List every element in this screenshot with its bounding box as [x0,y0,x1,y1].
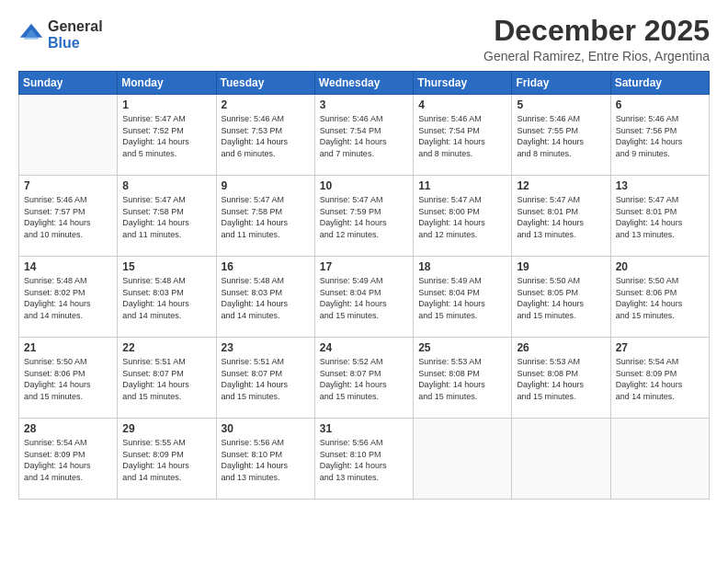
day-number: 14 [24,260,112,273]
day-cell: 1Sunrise: 5:47 AM Sunset: 7:52 PM Daylig… [118,95,216,176]
day-cell: 16Sunrise: 5:48 AM Sunset: 8:03 PM Dayli… [216,257,314,338]
header-row: SundayMondayTuesdayWednesdayThursdayFrid… [19,72,710,95]
day-cell: 18Sunrise: 5:49 AM Sunset: 8:04 PM Dayli… [414,257,512,338]
day-number: 18 [418,260,506,273]
day-cell: 6Sunrise: 5:46 AM Sunset: 7:56 PM Daylig… [610,95,709,176]
day-cell: 13Sunrise: 5:47 AM Sunset: 8:01 PM Dayli… [610,176,709,257]
day-detail: Sunrise: 5:54 AM Sunset: 8:09 PM Dayligh… [616,356,704,402]
day-detail: Sunrise: 5:46 AM Sunset: 7:55 PM Dayligh… [517,113,605,159]
week-row-2: 14Sunrise: 5:48 AM Sunset: 8:02 PM Dayli… [19,257,710,338]
day-detail: Sunrise: 5:46 AM Sunset: 7:56 PM Dayligh… [616,113,704,159]
day-number: 28 [24,422,112,435]
day-cell: 8Sunrise: 5:47 AM Sunset: 7:58 PM Daylig… [118,176,216,257]
day-detail: Sunrise: 5:46 AM Sunset: 7:54 PM Dayligh… [320,113,408,159]
day-detail: Sunrise: 5:53 AM Sunset: 8:08 PM Dayligh… [418,356,506,402]
day-cell [19,95,118,176]
day-cell: 27Sunrise: 5:54 AM Sunset: 8:09 PM Dayli… [610,338,709,419]
day-detail: Sunrise: 5:47 AM Sunset: 8:01 PM Dayligh… [517,194,605,240]
day-detail: Sunrise: 5:47 AM Sunset: 8:01 PM Dayligh… [616,194,704,240]
day-detail: Sunrise: 5:49 AM Sunset: 8:04 PM Dayligh… [320,275,408,321]
week-row-1: 7Sunrise: 5:46 AM Sunset: 7:57 PM Daylig… [19,176,710,257]
day-cell: 21Sunrise: 5:50 AM Sunset: 8:06 PM Dayli… [19,338,118,419]
day-number: 1 [122,98,210,111]
day-cell: 25Sunrise: 5:53 AM Sunset: 8:08 PM Dayli… [414,338,512,419]
day-number: 11 [418,179,506,192]
header: General Blue December 2025 General Ramir… [18,15,710,63]
day-number: 7 [24,179,112,192]
day-number: 2 [222,98,310,111]
day-cell: 2Sunrise: 5:46 AM Sunset: 7:53 PM Daylig… [216,95,314,176]
day-detail: Sunrise: 5:47 AM Sunset: 7:52 PM Dayligh… [122,113,210,159]
page: General Blue December 2025 General Ramir… [0,0,728,563]
day-cell: 22Sunrise: 5:51 AM Sunset: 8:07 PM Dayli… [118,338,216,419]
day-detail: Sunrise: 5:53 AM Sunset: 8:08 PM Dayligh… [517,356,605,402]
day-cell [610,419,709,500]
day-number: 9 [222,179,310,192]
logo-icon [18,22,44,48]
day-number: 3 [320,98,408,111]
day-cell: 23Sunrise: 5:51 AM Sunset: 8:07 PM Dayli… [216,338,314,419]
day-cell: 4Sunrise: 5:46 AM Sunset: 7:54 PM Daylig… [414,95,512,176]
day-cell: 7Sunrise: 5:46 AM Sunset: 7:57 PM Daylig… [19,176,118,257]
day-detail: Sunrise: 5:52 AM Sunset: 8:07 PM Dayligh… [320,356,408,402]
day-detail: Sunrise: 5:55 AM Sunset: 8:09 PM Dayligh… [122,437,210,483]
day-number: 31 [320,422,408,435]
day-cell: 26Sunrise: 5:53 AM Sunset: 8:08 PM Dayli… [512,338,610,419]
header-cell-tuesday: Tuesday [216,72,314,95]
header-cell-monday: Monday [118,72,216,95]
day-number: 5 [517,98,605,111]
day-number: 19 [517,260,605,273]
day-cell: 5Sunrise: 5:46 AM Sunset: 7:55 PM Daylig… [512,95,610,176]
day-number: 13 [616,179,704,192]
day-cell: 3Sunrise: 5:46 AM Sunset: 7:54 PM Daylig… [314,95,413,176]
day-detail: Sunrise: 5:46 AM Sunset: 7:57 PM Dayligh… [24,194,112,240]
day-cell: 17Sunrise: 5:49 AM Sunset: 8:04 PM Dayli… [314,257,413,338]
day-number: 12 [517,179,605,192]
day-cell: 31Sunrise: 5:56 AM Sunset: 8:10 PM Dayli… [314,419,413,500]
header-cell-friday: Friday [512,72,610,95]
logo-text: General Blue [48,18,103,51]
day-number: 10 [320,179,408,192]
day-number: 15 [122,260,210,273]
day-detail: Sunrise: 5:46 AM Sunset: 7:54 PM Dayligh… [418,113,506,159]
header-cell-wednesday: Wednesday [314,72,413,95]
day-cell: 29Sunrise: 5:55 AM Sunset: 8:09 PM Dayli… [118,419,216,500]
main-title: December 2025 [483,15,710,47]
day-detail: Sunrise: 5:49 AM Sunset: 8:04 PM Dayligh… [418,275,506,321]
day-number: 8 [122,179,210,192]
subtitle: General Ramirez, Entre Rios, Argentina [483,49,710,63]
day-detail: Sunrise: 5:48 AM Sunset: 8:03 PM Dayligh… [222,275,310,321]
week-row-0: 1Sunrise: 5:47 AM Sunset: 7:52 PM Daylig… [19,95,710,176]
day-number: 27 [616,341,704,354]
day-detail: Sunrise: 5:54 AM Sunset: 8:09 PM Dayligh… [24,437,112,483]
day-cell: 24Sunrise: 5:52 AM Sunset: 8:07 PM Dayli… [314,338,413,419]
day-cell: 11Sunrise: 5:47 AM Sunset: 8:00 PM Dayli… [414,176,512,257]
day-number: 21 [24,341,112,354]
day-number: 30 [222,422,310,435]
day-detail: Sunrise: 5:51 AM Sunset: 8:07 PM Dayligh… [222,356,310,402]
day-number: 26 [517,341,605,354]
day-cell: 15Sunrise: 5:48 AM Sunset: 8:03 PM Dayli… [118,257,216,338]
day-cell: 14Sunrise: 5:48 AM Sunset: 8:02 PM Dayli… [19,257,118,338]
day-number: 22 [122,341,210,354]
day-number: 20 [616,260,704,273]
day-cell: 28Sunrise: 5:54 AM Sunset: 8:09 PM Dayli… [19,419,118,500]
header-cell-saturday: Saturday [610,72,709,95]
logo-general: General [48,18,103,35]
day-detail: Sunrise: 5:51 AM Sunset: 8:07 PM Dayligh… [122,356,210,402]
day-cell: 19Sunrise: 5:50 AM Sunset: 8:05 PM Dayli… [512,257,610,338]
day-detail: Sunrise: 5:47 AM Sunset: 8:00 PM Dayligh… [418,194,506,240]
day-cell: 10Sunrise: 5:47 AM Sunset: 7:59 PM Dayli… [314,176,413,257]
week-row-3: 21Sunrise: 5:50 AM Sunset: 8:06 PM Dayli… [19,338,710,419]
header-cell-sunday: Sunday [19,72,118,95]
day-number: 4 [418,98,506,111]
day-cell: 9Sunrise: 5:47 AM Sunset: 7:58 PM Daylig… [216,176,314,257]
calendar-table: SundayMondayTuesdayWednesdayThursdayFrid… [18,71,710,500]
title-block: December 2025 General Ramirez, Entre Rio… [483,15,710,63]
day-cell [414,419,512,500]
day-number: 24 [320,341,408,354]
day-detail: Sunrise: 5:50 AM Sunset: 8:06 PM Dayligh… [24,356,112,402]
day-detail: Sunrise: 5:46 AM Sunset: 7:53 PM Dayligh… [222,113,310,159]
day-detail: Sunrise: 5:47 AM Sunset: 7:58 PM Dayligh… [222,194,310,240]
day-cell: 12Sunrise: 5:47 AM Sunset: 8:01 PM Dayli… [512,176,610,257]
